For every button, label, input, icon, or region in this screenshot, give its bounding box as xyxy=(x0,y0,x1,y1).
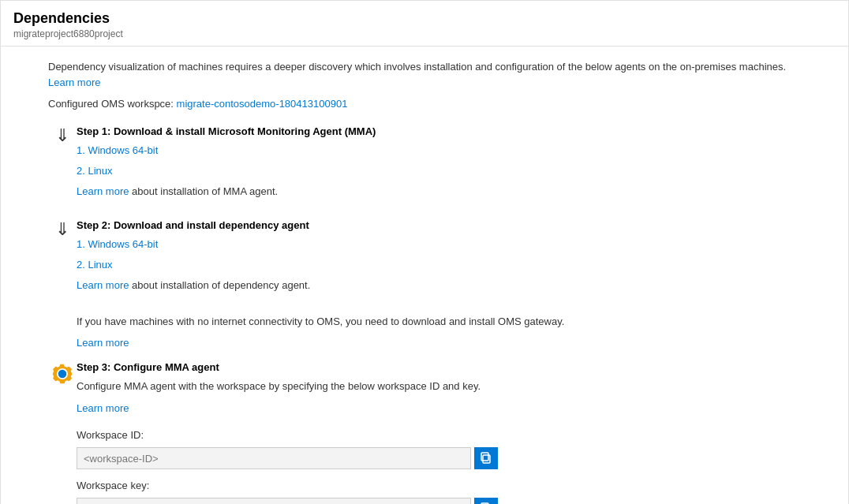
intro-paragraph: Dependency visualization of machines req… xyxy=(48,59,801,90)
oms-gateway-section: If you have machines with no internet co… xyxy=(77,314,801,349)
step2-learn-more-suffix: about installation of dependency agent. xyxy=(129,279,310,291)
step2-linux-link[interactable]: 2. Linux xyxy=(77,259,113,271)
workspace-key-label: Workspace key: xyxy=(77,477,801,495)
page-container: Dependencies migrateproject6880project D… xyxy=(0,0,849,504)
workspace-value-link[interactable]: migrate-contosodemo-180413100901 xyxy=(177,98,348,110)
page-subtitle: migrateproject6880project xyxy=(13,28,836,39)
page-title: Dependencies xyxy=(13,10,836,27)
step2-windows-link[interactable]: 1. Windows 64-bit xyxy=(77,238,158,250)
copy-id-icon xyxy=(480,452,492,465)
copy-workspace-id-button[interactable] xyxy=(474,447,498,469)
workspace-id-label: Workspace ID: xyxy=(77,427,801,444)
workspace-info: Configured OMS workspce: migrate-contoso… xyxy=(48,98,801,110)
workspace-key-row xyxy=(77,498,801,504)
workspace-id-input[interactable] xyxy=(77,447,471,469)
step1-title: Step 1: Download & install Microsoft Mon… xyxy=(77,125,801,137)
step2-icon: ⇓ xyxy=(48,219,77,238)
content-area: Dependency visualization of machines req… xyxy=(1,47,848,504)
step3-body: Configure MMA agent with the workspace b… xyxy=(77,378,801,504)
step1-section: ⇓ Step 1: Download & install Microsoft M… xyxy=(48,125,801,203)
step1-body: 1. Windows 64-bit 2. Linux Learn more ab… xyxy=(77,142,801,200)
step3-description: Configure MMA agent with the workspace b… xyxy=(77,378,801,395)
step3-content: Step 3: Configure MMA agent Configure MM… xyxy=(77,361,801,504)
download-icon-1: ⇓ xyxy=(55,127,69,144)
step2-content: Step 2: Download and install dependency … xyxy=(77,219,801,297)
intro-learn-more-link[interactable]: Learn more xyxy=(48,77,100,88)
step2-section: ⇓ Step 2: Download and install dependenc… xyxy=(48,219,801,297)
page-header: Dependencies migrateproject6880project xyxy=(1,1,848,47)
step3-learn-more-link[interactable]: Learn more xyxy=(77,402,129,414)
step3-section: Step 3: Configure MMA agent Configure MM… xyxy=(48,361,801,504)
step2-body: 1. Windows 64-bit 2. Linux Learn more ab… xyxy=(77,236,801,294)
step1-learn-more-suffix: about installation of MMA agent. xyxy=(129,185,278,197)
step3-title: Step 3: Configure MMA agent xyxy=(77,361,801,373)
svg-point-0 xyxy=(59,371,66,378)
intro-text: Dependency visualization of machines req… xyxy=(48,61,786,73)
oms-gateway-description: If you have machines with no internet co… xyxy=(77,314,801,330)
gear-icon xyxy=(51,363,73,385)
step1-content: Step 1: Download & install Microsoft Mon… xyxy=(77,125,801,203)
step1-learn-more-link[interactable]: Learn more xyxy=(77,185,129,197)
step1-windows-link[interactable]: 1. Windows 64-bit xyxy=(77,144,158,156)
copy-workspace-key-button[interactable] xyxy=(474,498,498,504)
step2-title: Step 2: Download and install dependency … xyxy=(77,219,801,231)
workspace-label: Configured OMS workspce: xyxy=(48,98,174,110)
step2-learn-more-link[interactable]: Learn more xyxy=(77,279,129,291)
step1-linux-link[interactable]: 2. Linux xyxy=(77,165,113,177)
step1-icon: ⇓ xyxy=(48,125,77,144)
download-icon-2: ⇓ xyxy=(55,221,69,238)
workspace-key-input[interactable] xyxy=(77,498,471,504)
workspace-id-row xyxy=(77,447,801,469)
oms-gateway-learn-more-link[interactable]: Learn more xyxy=(77,337,129,349)
step3-icon-container xyxy=(48,361,77,385)
